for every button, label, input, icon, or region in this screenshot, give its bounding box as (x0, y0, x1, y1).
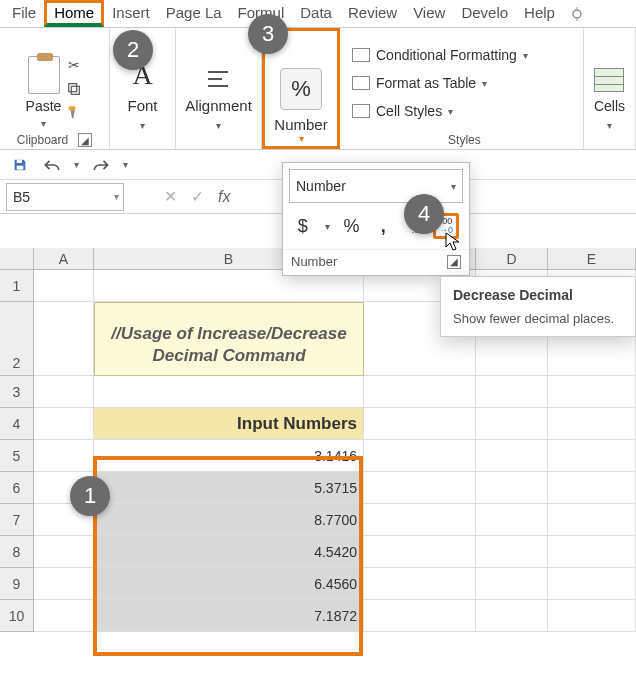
percent-style-button[interactable]: % (280, 68, 322, 110)
number-dialog-launcher[interactable]: ◢ (447, 255, 461, 269)
cell[interactable] (548, 440, 636, 472)
cell[interactable] (476, 600, 548, 632)
row-header[interactable]: 6 (0, 472, 34, 504)
column-header-d[interactable]: D (476, 248, 548, 269)
alignment-button[interactable]: Alignment ▾ (185, 67, 252, 131)
cell[interactable] (548, 504, 636, 536)
row-header[interactable]: 2 (0, 302, 34, 376)
cells-label: Cells (594, 98, 625, 114)
cell[interactable] (364, 536, 476, 568)
cell[interactable] (476, 440, 548, 472)
tooltip-title: Decrease Decimal (453, 287, 623, 303)
copy-icon[interactable] (65, 80, 83, 98)
row-header[interactable]: 10 (0, 600, 34, 632)
percent-format-button[interactable]: % (342, 216, 362, 237)
row-header[interactable]: 7 (0, 504, 34, 536)
cell[interactable] (364, 440, 476, 472)
input-header-cell[interactable]: Input Numbers (94, 408, 364, 440)
cell[interactable] (34, 600, 94, 632)
menu-developer[interactable]: Develo (453, 0, 516, 27)
chevron-down-icon[interactable]: ▾ (74, 159, 79, 170)
data-cell[interactable]: 3.1416 (94, 440, 364, 472)
menu-insert[interactable]: Insert (104, 0, 158, 27)
conditional-formatting-button[interactable]: Conditional Formatting ▾ (352, 41, 528, 69)
tell-me-icon[interactable] (563, 0, 591, 27)
cell[interactable] (476, 408, 548, 440)
data-cell[interactable]: 4.5420 (94, 536, 364, 568)
cell[interactable] (548, 472, 636, 504)
cell[interactable] (548, 408, 636, 440)
row-header[interactable]: 1 (0, 270, 34, 302)
cell[interactable] (364, 568, 476, 600)
cell[interactable] (476, 376, 548, 408)
menu-view[interactable]: View (405, 0, 453, 27)
data-cell[interactable]: 5.3715 (94, 472, 364, 504)
fx-icon[interactable]: fx (218, 188, 230, 206)
alignment-group: Alignment ▾ (176, 28, 262, 149)
chevron-down-icon: ▾ (482, 78, 487, 89)
cells-button[interactable]: Cells ▾ (594, 68, 625, 131)
chevron-down-icon: ▾ (216, 120, 221, 131)
chevron-down-icon[interactable]: ▾ (299, 133, 304, 144)
chevron-down-icon[interactable]: ▾ (123, 159, 128, 170)
cell[interactable] (34, 536, 94, 568)
row-header[interactable]: 3 (0, 376, 34, 408)
redo-icon[interactable] (91, 155, 111, 175)
column-header-a[interactable]: A (34, 248, 94, 269)
cut-icon[interactable]: ✂ (65, 56, 83, 74)
cell[interactable] (364, 376, 476, 408)
cell-styles-button[interactable]: Cell Styles ▾ (352, 97, 453, 125)
format-as-table-button[interactable]: Format as Table ▾ (352, 69, 487, 97)
tooltip: Decrease Decimal Show fewer decimal plac… (440, 276, 636, 337)
cell[interactable] (34, 376, 94, 408)
save-icon[interactable] (10, 155, 30, 175)
comma-style-button[interactable]: , (373, 216, 393, 237)
data-cell[interactable]: 7.1872 (94, 600, 364, 632)
cell[interactable] (548, 568, 636, 600)
menu-file[interactable]: File (4, 0, 44, 27)
format-painter-icon[interactable] (65, 104, 83, 122)
clipboard-dialog-launcher[interactable]: ◢ (78, 133, 92, 147)
cells-icon (594, 68, 624, 92)
select-all-corner[interactable] (0, 248, 34, 269)
cell[interactable] (548, 600, 636, 632)
cell[interactable] (34, 440, 94, 472)
row-header[interactable]: 8 (0, 536, 34, 568)
cell[interactable] (34, 408, 94, 440)
cell[interactable] (476, 568, 548, 600)
cell[interactable] (476, 504, 548, 536)
menu-data[interactable]: Data (292, 0, 340, 27)
accounting-format-button[interactable]: $ (293, 216, 313, 237)
paste-button[interactable]: Paste ▾ (26, 56, 62, 129)
row-header[interactable]: 5 (0, 440, 34, 472)
menu-page-layout[interactable]: Page La (158, 0, 230, 27)
cell[interactable] (94, 376, 364, 408)
menu-home[interactable]: Home (44, 0, 104, 27)
cancel-formula-icon[interactable]: ✕ (164, 187, 177, 206)
data-cell[interactable]: 6.4560 (94, 568, 364, 600)
font-label: Font (127, 97, 157, 114)
cell[interactable] (34, 270, 94, 302)
cell[interactable] (476, 536, 548, 568)
cell[interactable] (34, 568, 94, 600)
column-header-e[interactable]: E (548, 248, 636, 269)
undo-icon[interactable] (42, 155, 62, 175)
cell[interactable] (548, 536, 636, 568)
cell[interactable] (34, 302, 94, 376)
cell[interactable] (476, 472, 548, 504)
row-header[interactable]: 4 (0, 408, 34, 440)
cell[interactable] (364, 504, 476, 536)
chevron-down-icon[interactable]: ▾ (325, 221, 330, 232)
data-cell[interactable]: 8.7700 (94, 504, 364, 536)
cell[interactable] (364, 600, 476, 632)
svg-rect-8 (17, 159, 22, 162)
name-box[interactable]: B5 (6, 183, 124, 211)
menu-help[interactable]: Help (516, 0, 563, 27)
cell[interactable] (548, 376, 636, 408)
menu-review[interactable]: Review (340, 0, 405, 27)
note-cell[interactable]: //Usage of Increase/Decrease Decimal Com… (94, 302, 364, 376)
cell[interactable] (364, 472, 476, 504)
cell[interactable] (364, 408, 476, 440)
enter-formula-icon[interactable]: ✓ (191, 187, 204, 206)
row-header[interactable]: 9 (0, 568, 34, 600)
